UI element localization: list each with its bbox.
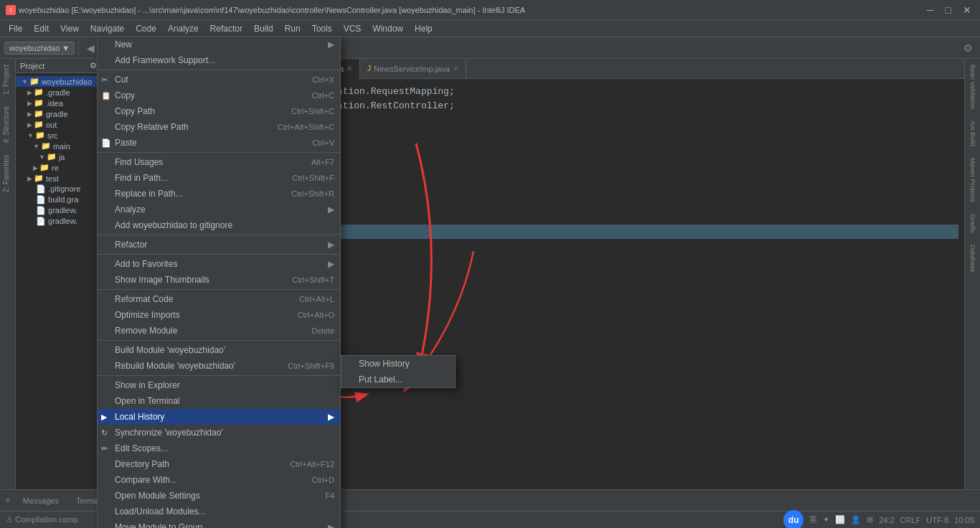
- project-settings-icon[interactable]: ⚙: [90, 61, 97, 70]
- tree-item-gitignore[interactable]: 📄 .gitignore: [16, 184, 101, 194]
- project-panel: Project ⚙ ▼📁woyebuzhidao ▶📁.gradle ▶📁.id…: [16, 59, 102, 489]
- right-tab-database[interactable]: Database: [967, 239, 979, 278]
- ctx-sep1: [98, 70, 340, 70]
- ctx-load-unload[interactable]: Load/Unload Modules...: [98, 504, 340, 519]
- time: 10:05: [954, 516, 974, 524]
- ctx-move-module[interactable]: Move Module to Group ▶: [98, 519, 340, 528]
- ctx-optimize-imports[interactable]: Optimize Imports Ctrl+Alt+O: [98, 307, 340, 323]
- ctx-compare-with[interactable]: Compare With... Ctrl+D: [98, 472, 340, 488]
- bottom-tab-messages[interactable]: Messages: [19, 494, 63, 507]
- ctx-copy-relative[interactable]: Copy Relative Path Ctrl+Alt+Shift+C: [98, 119, 340, 135]
- ctx-show-thumbnails[interactable]: Show Image Thumbnails Ctrl+Shift+T: [98, 272, 340, 288]
- settings-icon[interactable]: ⚙: [960, 40, 976, 56]
- tree-item-re[interactable]: ▶📁re: [16, 162, 101, 173]
- project-tree: ▼📁woyebuzhidao ▶📁.gradle ▶📁.idea ▶📁gradl…: [16, 73, 101, 489]
- left-tab-project[interactable]: 1: Project: [0, 59, 15, 100]
- ctx-sep3: [98, 235, 340, 235]
- ctx-add-favorites[interactable]: Add to Favorites ▶: [98, 256, 340, 272]
- ctx-add-framework[interactable]: Add Framework Support...: [98, 52, 340, 68]
- tree-item-gradlew1[interactable]: 📄 gradlew.: [16, 205, 101, 216]
- ime-indicator: 英: [809, 514, 817, 525]
- user-icon: 👤: [851, 515, 861, 524]
- ctx-copy[interactable]: 📋 Copy Ctrl+C: [98, 88, 340, 103]
- menu-bar: File Edit View Navigate Code Analyze Ref…: [0, 20, 980, 37]
- ctx-refactor[interactable]: Refactor ▶: [98, 237, 340, 253]
- back-button[interactable]: ◀: [83, 40, 98, 56]
- submenu-put-label[interactable]: Put Label...: [341, 372, 455, 387]
- ctx-synchronize[interactable]: ↻ Synchronize 'woyebuzhidao': [98, 425, 340, 440]
- left-panel-tabs: 1: Project 4: Structure 2: Favorites: [0, 59, 16, 489]
- menu-item-code[interactable]: Code: [130, 20, 162, 37]
- menu-item-help[interactable]: Help: [409, 20, 438, 37]
- left-tab-favorites[interactable]: 2: Favorites: [0, 149, 15, 198]
- ctx-find-in-path[interactable]: Find in Path... Ctrl+Shift+F: [98, 170, 340, 186]
- editor-tab-serviceimp[interactable]: JNewsServiceImp.java✕: [360, 59, 466, 79]
- tree-item-root[interactable]: ▼📁woyebuzhidao: [16, 76, 101, 87]
- right-tab-ant[interactable]: Ant Build: [967, 115, 979, 152]
- input-indicator: ✦: [823, 515, 829, 524]
- tree-item-test[interactable]: ▶📁test: [16, 173, 101, 184]
- position: 24:2: [879, 516, 894, 524]
- app-icon: I: [6, 5, 16, 15]
- project-header: Project ⚙: [16, 59, 101, 73]
- menu-item-vcs[interactable]: VCS: [338, 20, 367, 37]
- expand-icon: ⊞: [867, 515, 873, 524]
- ctx-directory-path[interactable]: Directory Path Ctrl+Alt+F12: [98, 456, 340, 472]
- menu-item-edit[interactable]: Edit: [28, 20, 55, 37]
- tree-item-gradlew2[interactable]: 📄 gradlew.: [16, 216, 101, 227]
- ctx-rebuild-module[interactable]: Rebuild Module 'woyebuzhidao' Ctrl+Shift…: [98, 358, 340, 374]
- close-button[interactable]: ✕: [963, 4, 971, 16]
- toolbar-separator: [78, 42, 79, 55]
- menu-item-window[interactable]: Window: [367, 20, 409, 37]
- submenu-show-history[interactable]: Show History: [341, 356, 455, 372]
- ctx-sep5: [98, 289, 340, 290]
- ctx-local-history[interactable]: ▶ Local History ▶: [98, 409, 340, 425]
- menu-item-build[interactable]: Build: [248, 20, 279, 37]
- tree-item-ja[interactable]: ▼📁ja: [16, 151, 101, 162]
- title-bar: I woyebuzhidao [E:\woyebuzhidao] - ...\s…: [0, 0, 980, 20]
- tree-item-gradle2[interactable]: ▶📁gradle: [16, 108, 101, 119]
- baidu-icon: du: [783, 510, 804, 529]
- tree-item-idea[interactable]: ▶📁.idea: [16, 98, 101, 108]
- menu-item-tools[interactable]: Tools: [306, 20, 338, 37]
- context-menu: New ▶ Add Framework Support... ✂ Cut Ctr…: [97, 36, 341, 528]
- menu-item-refactor[interactable]: Refactor: [204, 20, 248, 37]
- tree-item-main[interactable]: ▼📁main: [16, 141, 101, 151]
- ctx-sep4: [98, 254, 340, 255]
- ctx-open-terminal[interactable]: Open in Terminal: [98, 393, 340, 409]
- ctx-find-usages[interactable]: Find Usages Alt+F7: [98, 154, 340, 170]
- ctx-paste[interactable]: 📄 Paste Ctrl+V: [98, 135, 340, 151]
- ctx-analyze[interactable]: Analyze ▶: [98, 202, 340, 217]
- ctx-copy-path[interactable]: Copy Path Ctrl+Shift+C: [98, 103, 340, 119]
- ctx-show-explorer[interactable]: Show in Explorer: [98, 377, 340, 393]
- menu-item-file[interactable]: File: [3, 20, 28, 37]
- menu-item-run[interactable]: Run: [279, 20, 306, 37]
- ctx-new[interactable]: New ▶: [98, 37, 340, 52]
- right-tab-bean[interactable]: Bean Validation: [967, 59, 979, 115]
- line-ending: CRLF: [900, 516, 921, 524]
- ctx-reformat[interactable]: Reformat Code Ctrl+Alt+L: [98, 291, 340, 307]
- minimize-button[interactable]: ─: [927, 4, 934, 16]
- tree-item-src[interactable]: ▼📁src: [16, 130, 101, 141]
- ctx-build-module[interactable]: Build Module 'woyebuzhidao': [98, 342, 340, 358]
- ctx-sep7: [98, 375, 340, 376]
- project-dropdown[interactable]: woyebuzhidao▼: [4, 42, 75, 55]
- tree-item-gradle[interactable]: ▶📁.gradle: [16, 87, 101, 98]
- ctx-edit-scopes[interactable]: ✏ Edit Scopes...: [98, 440, 340, 456]
- ctx-cut[interactable]: ✂ Cut Ctrl+X: [98, 72, 340, 88]
- tree-item-out[interactable]: ▶📁out: [16, 119, 101, 130]
- menu-item-navigate[interactable]: Navigate: [85, 20, 130, 37]
- ctx-add-gitignore[interactable]: Add woyebuzhidao to gitignore: [98, 217, 340, 233]
- left-tab-structure[interactable]: 4: Structure: [0, 100, 15, 149]
- menu-item-view[interactable]: View: [55, 20, 85, 37]
- submenu-local-history: Show History Put Label...: [341, 355, 456, 388]
- right-tab-gradle[interactable]: Gradle: [967, 208, 979, 239]
- ctx-replace-in-path[interactable]: Replace in Path... Ctrl+Shift+R: [98, 186, 340, 202]
- ctx-remove-module[interactable]: Remove Module Delete: [98, 323, 340, 339]
- menu-item-analyze[interactable]: Analyze: [162, 20, 204, 37]
- screen-reader-icon: ⬜: [835, 515, 845, 524]
- tree-item-buildgra[interactable]: 📄 build.gra: [16, 194, 101, 205]
- right-tab-maven[interactable]: Maven Projects: [967, 152, 979, 208]
- ctx-module-settings[interactable]: Open Module Settings F4: [98, 488, 340, 504]
- maximize-button[interactable]: □: [946, 4, 951, 16]
